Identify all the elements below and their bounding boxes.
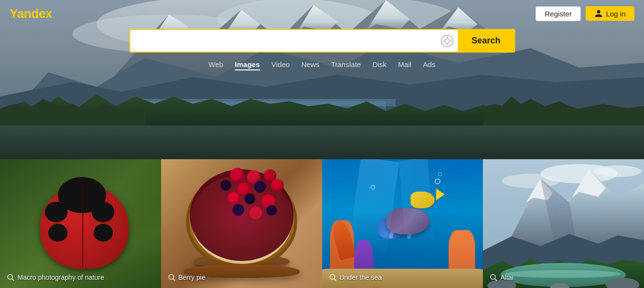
- camera-search-icon[interactable]: [437, 30, 458, 52]
- search-icon-sea: [329, 274, 337, 281]
- search-button[interactable]: Search: [458, 30, 514, 52]
- svg-point-40: [169, 274, 174, 279]
- svg-line-39: [12, 279, 14, 281]
- svg-line-41: [173, 279, 175, 281]
- berrypie-background: [161, 159, 322, 288]
- ladybug-label: Macro photography of nature: [7, 274, 104, 281]
- logo: Yandex: [10, 6, 52, 21]
- ladybug-label-text: Macro photography of nature: [17, 274, 104, 281]
- register-button[interactable]: Register: [535, 6, 581, 21]
- nav-news[interactable]: News: [301, 59, 320, 70]
- svg-line-43: [334, 279, 336, 281]
- svg-point-59: [491, 274, 495, 279]
- user-icon: [594, 9, 603, 18]
- nav-links: Web Images Video News Translate Disk Mai…: [208, 59, 435, 70]
- nav-disk[interactable]: Disk: [372, 59, 386, 70]
- search-area: Search Web Images Video News Translate D…: [0, 29, 644, 70]
- grid-item-sea[interactable]: Under the sea: [322, 159, 483, 288]
- sea-background: [322, 159, 483, 288]
- header: Yandex Register Log in: [0, 0, 644, 27]
- logo-text: Yandex: [10, 6, 52, 21]
- svg-point-38: [8, 274, 13, 279]
- login-button[interactable]: Log in: [586, 6, 634, 21]
- svg-point-18: [445, 39, 450, 43]
- ladybug-background: [0, 159, 161, 288]
- search-icon-ladybug: [7, 274, 14, 281]
- svg-line-60: [495, 279, 497, 281]
- svg-point-46: [502, 174, 560, 188]
- berrypie-label: Berry pie: [168, 274, 206, 281]
- nav-video[interactable]: Video: [272, 59, 290, 70]
- header-buttons: Register Log in: [535, 6, 634, 21]
- image-grid: Macro photography of nature: [0, 159, 644, 288]
- login-label: Log in: [606, 10, 626, 18]
- altai-label: Altai: [490, 274, 513, 281]
- grid-item-ladybug[interactable]: Macro photography of nature: [0, 159, 161, 288]
- svg-point-47: [594, 165, 642, 177]
- sea-label: Under the sea: [329, 274, 382, 281]
- nav-ads[interactable]: Ads: [423, 59, 436, 70]
- nav-images[interactable]: Images: [235, 59, 260, 70]
- nav-web[interactable]: Web: [208, 59, 223, 70]
- search-input[interactable]: [130, 30, 437, 52]
- search-icon-berrypie: [168, 274, 176, 281]
- search-box: Search: [129, 29, 515, 53]
- altai-background: [483, 159, 644, 288]
- grid-item-berrypie[interactable]: Berry pie: [161, 159, 322, 288]
- grid-item-altai[interactable]: Altai: [483, 159, 644, 288]
- altai-label-text: Altai: [500, 274, 513, 281]
- berrypie-label-text: Berry pie: [178, 274, 206, 281]
- search-icon-altai: [490, 274, 497, 281]
- nav-translate[interactable]: Translate: [331, 59, 361, 70]
- svg-point-55: [506, 270, 621, 278]
- sea-label-text: Under the sea: [340, 274, 382, 281]
- nav-mail[interactable]: Mail: [398, 59, 411, 70]
- svg-point-42: [330, 274, 335, 279]
